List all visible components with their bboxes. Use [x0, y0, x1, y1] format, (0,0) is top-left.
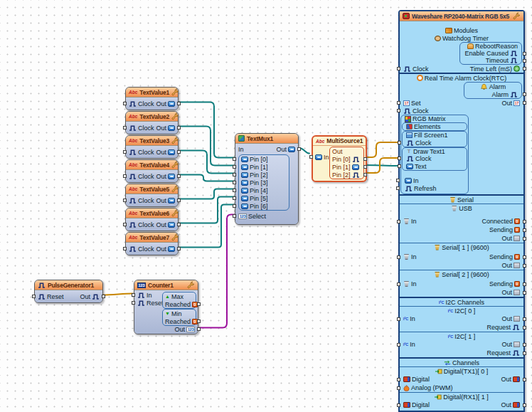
- i2c0-request-output-pin[interactable]: [523, 326, 526, 329]
- wire-pulsegenerator-to-counter[interactable]: [102, 294, 133, 295]
- out-output-pin[interactable]: [197, 327, 201, 331]
- component-counter1[interactable]: Counter1 In Reset Max Reached Min Reache…: [134, 280, 198, 334]
- visuino-design-canvas[interactable]: TextValue1 Clock Out TextValue2 Clock Ou…: [0, 0, 532, 412]
- component-pulsegenerator1[interactable]: PulseGenerator1 Reset Out: [34, 280, 103, 303]
- pin4-input-pin[interactable]: [233, 189, 236, 192]
- max-reached-output-pin[interactable]: [197, 302, 201, 306]
- wrench-icon[interactable]: [171, 137, 179, 144]
- serial2-out-output-pin[interactable]: [523, 291, 526, 295]
- rtc-out-output-pin[interactable]: [523, 101, 526, 105]
- select-input-pin[interactable]: [233, 214, 236, 218]
- wire-textvalue4-to-mux[interactable]: [178, 175, 235, 181]
- pin2-input-pin[interactable]: [233, 173, 236, 176]
- pin0-input-pin[interactable]: [233, 157, 236, 161]
- watchdog-clock-input-pin[interactable]: [397, 67, 400, 70]
- component-textvalue3[interactable]: TextValue3 Clock Out: [125, 135, 179, 159]
- elements-bar[interactable]: Elements: [402, 122, 467, 131]
- out-output-pin[interactable]: [177, 247, 181, 250]
- clock-input-pin[interactable]: [123, 199, 127, 202]
- timeout-output-pin[interactable]: [523, 59, 526, 63]
- component-textvalue5[interactable]: TextValue5 Clock Out: [125, 184, 179, 207]
- in-input-pin[interactable]: [132, 293, 135, 297]
- out-output-pin[interactable]: [177, 126, 181, 130]
- component-board-waveshare-rp2040-matrix[interactable]: Waveshare RP2040-Matrix RGB 5x5 Modules …: [398, 10, 525, 412]
- component-textvalue1[interactable]: TextValue1 Clock Out: [125, 87, 179, 110]
- serial-out-pin-icon: [514, 316, 520, 322]
- tx-digital-input-pin[interactable]: [397, 378, 400, 381]
- i2c1-in-input-pin[interactable]: [397, 343, 400, 347]
- clock-input-pin[interactable]: [123, 223, 127, 226]
- fill-screen-clock-input-pin[interactable]: [398, 141, 401, 144]
- out-output-pin[interactable]: [177, 150, 181, 154]
- in-input-pin[interactable]: [309, 155, 313, 159]
- matrix-in-input-pin[interactable]: [396, 179, 400, 182]
- pin0-output-pin[interactable]: [363, 157, 367, 161]
- serial1-in-input-pin[interactable]: [397, 255, 400, 259]
- out-output-pin[interactable]: [177, 102, 181, 105]
- component-textmux1[interactable]: TextMux1 In Out Pin [0] Pin [1] Pin [2] …: [235, 133, 299, 225]
- clock-input-pin[interactable]: [123, 126, 127, 130]
- reset-input-pin[interactable]: [132, 301, 135, 305]
- wire-textvalue3-to-mux[interactable]: [178, 151, 235, 174]
- time-left-output-pin[interactable]: [523, 67, 526, 70]
- usb-in-input-pin[interactable]: [397, 220, 400, 223]
- wire-counter-out-to-mux-select[interactable]: [199, 215, 235, 328]
- tx-out-output-pin[interactable]: [523, 378, 526, 381]
- pin-label: Pin [1]: [332, 164, 351, 171]
- component-textvalue7[interactable]: TextValue7 Clock Out: [125, 232, 179, 255]
- pin1-output-pin[interactable]: [363, 165, 367, 169]
- out-output-pin[interactable]: [297, 147, 301, 151]
- serial2-in-input-pin[interactable]: [397, 282, 400, 286]
- wrench-icon[interactable]: [513, 12, 521, 20]
- rx-digital-input-pin[interactable]: [397, 403, 400, 407]
- wrench-icon[interactable]: [171, 88, 179, 96]
- usb-out-output-pin[interactable]: [523, 237, 526, 241]
- component-textvalue4[interactable]: TextValue4 Clock Out: [125, 159, 179, 183]
- pin1-input-pin[interactable]: [233, 165, 236, 169]
- serial1-sending-output-pin[interactable]: [523, 255, 526, 259]
- wrench-icon[interactable]: [171, 185, 179, 193]
- pin6-input-pin[interactable]: [233, 204, 236, 208]
- clock-input-pin[interactable]: [123, 102, 127, 105]
- rx-out-output-pin[interactable]: [523, 403, 526, 407]
- i2c1-out-output-pin[interactable]: [523, 343, 526, 347]
- serial1-out-output-pin[interactable]: [523, 264, 526, 268]
- wrench-icon[interactable]: [171, 161, 179, 169]
- i2c0-out-output-pin[interactable]: [523, 317, 526, 321]
- min-reached-output-pin[interactable]: [197, 319, 201, 323]
- pin3-input-pin[interactable]: [233, 181, 236, 184]
- clock-input-pin[interactable]: [123, 247, 127, 250]
- pin5-input-pin[interactable]: [233, 196, 236, 200]
- wire-multisource-pin1-to-drawtext-text[interactable]: [363, 165, 400, 166]
- wrench-icon[interactable]: [171, 233, 179, 241]
- wrench-icon[interactable]: [187, 281, 195, 289]
- out-output-pin[interactable]: [102, 295, 105, 298]
- out-output-pin[interactable]: [177, 223, 181, 226]
- pin2-output-pin[interactable]: [363, 173, 367, 176]
- wire-multisource-pin0-to-fillscreen-clock[interactable]: [363, 142, 400, 157]
- serial2-sending-output-pin[interactable]: [523, 282, 526, 286]
- rtc-clock-input-pin[interactable]: [397, 109, 400, 112]
- rtc-set-input-pin[interactable]: [397, 101, 400, 105]
- usb-sending-output-pin[interactable]: [523, 228, 526, 232]
- clock-input-pin[interactable]: [123, 174, 127, 178]
- draw-text-clock-input-pin[interactable]: [398, 157, 401, 160]
- out-output-pin[interactable]: [177, 174, 181, 178]
- out-output-pin[interactable]: [177, 199, 181, 202]
- alarm-output-pin[interactable]: [523, 93, 526, 96]
- matrix-refresh-input-pin[interactable]: [396, 186, 400, 190]
- i2c0-in-input-pin[interactable]: [397, 317, 400, 321]
- wire-textvalue1-to-mux[interactable]: [178, 102, 235, 158]
- draw-text-text-input-pin[interactable]: [398, 164, 401, 168]
- wrench-icon[interactable]: [171, 112, 179, 120]
- tx-analog-input-pin[interactable]: [397, 386, 400, 390]
- reset-input-pin[interactable]: [32, 295, 36, 298]
- usb-connected-output-pin[interactable]: [523, 220, 526, 223]
- enable-caused-output-pin[interactable]: [523, 52, 526, 56]
- clock-input-pin[interactable]: [123, 150, 127, 154]
- component-textvalue6[interactable]: TextValue6 Clock Out: [125, 208, 179, 231]
- wrench-icon[interactable]: [171, 209, 179, 217]
- i2c1-request-output-pin[interactable]: [523, 352, 526, 355]
- component-multisource1[interactable]: MultiSource1 In Out Pin [0] Pin [1] Pin …: [312, 135, 367, 182]
- component-textvalue2[interactable]: TextValue2 Clock Out: [125, 111, 179, 134]
